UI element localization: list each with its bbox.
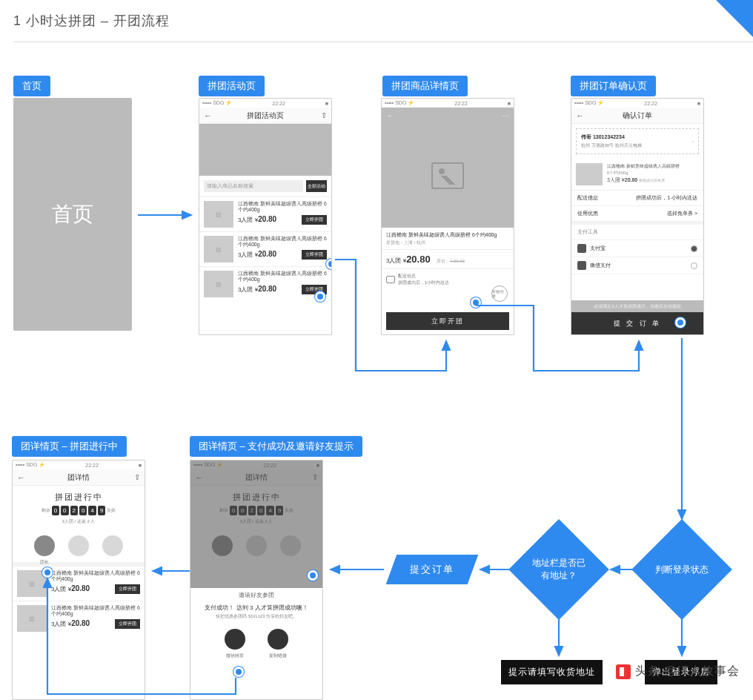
navbar: ← 拼团活动页 ⇪ — [199, 108, 331, 124]
page-title: 1 小时达拼团 – 开团流程 — [13, 12, 170, 30]
avatar-leader: 团长 — [34, 535, 55, 556]
copy-link-button[interactable]: 复制链接 — [268, 629, 288, 650]
screen-group-success: ••••• SDG ⚡22:22■ ← 团详情 ⇪ 拼团进行中 剩余 00 20… — [190, 460, 323, 700]
group-state: 拼团进行中 — [13, 492, 145, 503]
watermark: 头条 @IT人故事会 — [616, 664, 740, 679]
list-item[interactable]: ▧ 江西赣南 新鲜美味超级诱人高级脐橙 6个约400g 3人团 ¥20.80 立… — [199, 266, 331, 301]
open-group-cta[interactable]: 立即开团 — [386, 312, 509, 330]
ship-title: 配送信息 — [398, 273, 449, 280]
item-name: 江西赣南 新鲜美味超级诱人高级脐橙 6个约400g — [238, 236, 327, 248]
page-corner-tag: P3 — [716, 0, 753, 37]
share-icon[interactable]: ⇪ — [134, 473, 140, 481]
wechat-icon — [577, 261, 586, 270]
open-group-button[interactable]: 立即开团 — [302, 215, 327, 225]
product-price: 3人团 ¥20.80 原价：¥ 29.00 — [382, 250, 514, 268]
invite-sub: 快把优惠参团码 SDG123 分享给好友吧。 — [190, 613, 322, 620]
back-icon[interactable]: ← — [204, 111, 212, 120]
item-price: 3人团 ¥20.80 — [238, 285, 276, 294]
flow-submit: 提交订单 — [386, 555, 479, 584]
status-bar: ••••• SDG ⚡22:22■ — [571, 99, 703, 108]
status-bar: ••••• SDG ⚡ 22:22 ■ — [199, 99, 331, 108]
screen-product: ••••• SDG ⚡ 22:22 ■ ← ⋯ 江西赣南 新鲜美味超级诱人高级脐… — [381, 98, 514, 335]
open-group-button[interactable]: 立即开团 — [115, 619, 140, 629]
pay-alipay[interactable]: 支付宝 — [571, 240, 703, 257]
list-item[interactable]: ▧ 江西赣南 新鲜美味超级诱人高级脐橙 6个约400g 3人团 ¥20.80 立… — [199, 231, 331, 266]
screen-confirm: ••••• SDG ⚡22:22■ ← 确认订单 伟哥 13012342234 … — [571, 98, 704, 335]
avatar-empty — [102, 535, 123, 556]
flow-anchor-dot — [675, 317, 686, 328]
addr-name: 伟哥 13012342234 — [581, 133, 694, 141]
status-battery: ■ — [325, 101, 328, 106]
home-placeholder-text: 首页 — [52, 200, 93, 228]
product-image — [382, 124, 514, 228]
list-item[interactable]: ▧ 江西赣南 新鲜美味超级诱人高级脐橙 6个约400g 3人团 ¥20.80 立… — [199, 197, 331, 231]
invite-title: 邀请好友参团 — [190, 588, 322, 602]
logo-icon — [616, 664, 631, 679]
product-name: 江西赣南 新鲜美味超级诱人高级脐橙 6个约400g — [382, 228, 514, 240]
item-price: 3人团 ¥20.80 — [238, 215, 276, 224]
chevron-right-icon: › — [692, 139, 694, 144]
group-status: 拼团进行中 剩余 00 20 49 失效 3人团 / 还差 2 人 — [13, 486, 145, 529]
back-icon[interactable]: ← — [17, 473, 25, 482]
thumb-placeholder: ▧ — [17, 605, 47, 632]
item-name: 江西赣南 新鲜美味超级诱人高级脐橙 6个约400g — [238, 271, 327, 283]
flow-anchor-dot — [315, 291, 325, 302]
label-home: 首页 — [13, 76, 50, 96]
back-icon[interactable]: ← — [576, 111, 584, 120]
thumb-placeholder: ▧ — [204, 201, 233, 228]
list-item[interactable]: ▧ 江西赣南 新鲜美味超级诱人高级脐橙 6个约400g 3人团 ¥20.80 立… — [13, 601, 145, 635]
address-block[interactable]: 伟哥 13012342234 杭州 万塘路30号 杭州天注电梯 › — [576, 128, 699, 154]
navbar: ← ⋯ — [382, 108, 514, 124]
image-icon — [431, 162, 464, 189]
home-placeholder: 首页 — [13, 98, 132, 331]
flow-need-addr: 提示请填写收货地址 — [501, 660, 603, 684]
flow-anchor-dot — [326, 259, 332, 269]
flow-anchor-dot — [308, 570, 318, 581]
share-icon[interactable]: ⇪ — [321, 111, 327, 119]
pay-section-title: 支付工具 — [571, 222, 703, 240]
flow-check-addr: 地址栏是否已 有地址？ — [508, 519, 609, 620]
more-icon[interactable]: ⋯ — [502, 112, 509, 120]
navbar: ← 确认订单 — [571, 108, 703, 124]
status-time: 22:22 — [272, 101, 285, 106]
alipay-icon — [577, 244, 586, 253]
label-confirm: 拼团订单确认页 — [571, 76, 656, 96]
thumb-placeholder — [576, 163, 603, 185]
group-rule-notice: 必须满足3人才算拼团成功，失败后自动退款 — [571, 300, 703, 312]
filter-button[interactable]: 全部活动 — [306, 180, 327, 192]
kv-coupon[interactable]: 使用优惠选择免单券 > — [571, 206, 703, 222]
item-price: 3人团 ¥20.80 — [238, 250, 276, 259]
list-item[interactable]: ▧ 江西赣南 新鲜美味超级诱人高级脐橙 6个约400g 3人团 ¥20.80 立… — [13, 562, 145, 601]
flow-anchor-dot — [471, 297, 481, 308]
thumb-placeholder: ▧ — [204, 236, 233, 262]
radio-icon — [691, 262, 697, 269]
divider — [13, 42, 753, 42]
back-icon[interactable]: ← — [386, 111, 394, 120]
member-avatars: 团长 — [13, 529, 145, 562]
pay-wechat[interactable]: 微信支付 — [571, 257, 703, 274]
ship-text: 拼团成功后，1小时内送达 — [398, 280, 449, 286]
invite-msg: 支付成功！ 达到 3 人才算拼团成功噢！ — [190, 602, 322, 613]
item-name: 江西赣南 新鲜美味超级诱人高级脐橙 6个约400g — [51, 605, 140, 618]
label-group-progress: 团详情页 – 拼团进行中 — [12, 436, 127, 457]
group-count: 3人团 / 还差 2 人 — [13, 518, 145, 525]
countdown: 剩余 00 20 49 失效 — [13, 506, 145, 515]
banner-placeholder — [199, 124, 331, 176]
avatar-empty — [68, 535, 89, 556]
order-item-spec: 6个约400g — [607, 170, 699, 176]
status-carrier: ••••• SDG ⚡ — [202, 100, 232, 106]
flow-anchor-dot — [42, 567, 53, 578]
share-wechat-button[interactable]: 微信转发 — [225, 629, 245, 650]
search-input[interactable]: 请输入商品名称搜索 — [204, 180, 303, 192]
label-group-success: 团详情页 – 支付成功及邀请好友提示 — [190, 436, 362, 457]
status-bar: ••••• SDG ⚡ 22:22 ■ — [382, 99, 514, 108]
flow-check-login: 判断登录状态 — [631, 519, 732, 620]
cs-icon[interactable]: 客服/优惠 — [491, 285, 508, 302]
order-item: 江西赣南 新鲜美味超级诱人高级脐橙 6个约400g 3人团 ¥20.80 拼团成… — [571, 159, 703, 191]
open-group-button[interactable]: 立即开团 — [302, 250, 327, 260]
truck-icon — [386, 276, 395, 283]
label-product: 拼团商品详情页 — [382, 76, 468, 96]
flow-anchor-dot — [233, 667, 244, 677]
open-group-button[interactable]: 立即开团 — [115, 584, 140, 594]
item-name: 江西赣南 新鲜美味超级诱人高级脐橙 6个约400g — [51, 570, 140, 583]
